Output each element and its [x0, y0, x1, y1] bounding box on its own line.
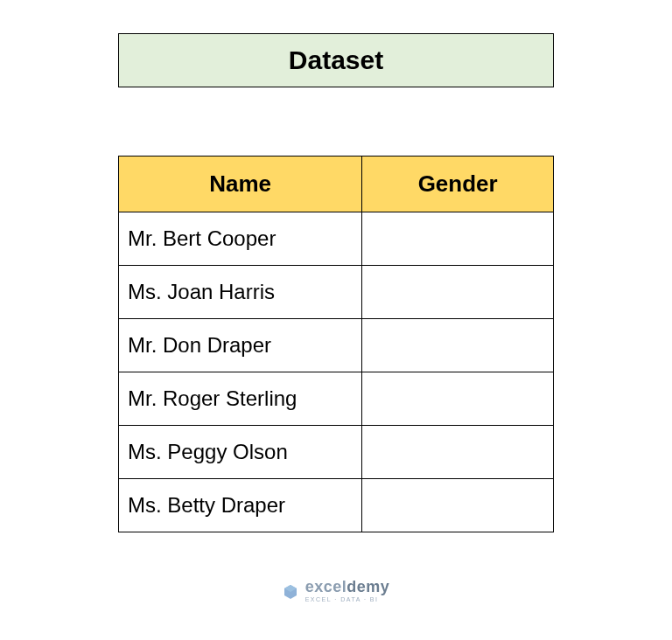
logo-text-wrap: exceldemy EXCEL · DATA · BI: [305, 579, 390, 602]
table-row: Mr. Roger Sterling: [119, 372, 554, 426]
footer-logo: exceldemy EXCEL · DATA · BI: [0, 579, 672, 602]
table-row: Mr. Don Draper: [119, 319, 554, 372]
header-name: Name: [119, 157, 362, 212]
brand-tagline: EXCEL · DATA · BI: [305, 596, 379, 602]
cell-gender: [362, 426, 554, 479]
table-row: Ms. Peggy Olson: [119, 426, 554, 479]
cell-gender: [362, 319, 554, 372]
brand-name: exceldemy: [305, 579, 390, 595]
cell-name: Ms. Betty Draper: [119, 479, 362, 532]
cell-name: Ms. Joan Harris: [119, 266, 362, 319]
cell-name: Mr. Bert Cooper: [119, 212, 362, 266]
table-header-row: Name Gender: [119, 157, 554, 212]
data-table: Name Gender Mr. Bert Cooper Ms. Joan Har…: [118, 156, 554, 532]
table-row: Ms. Joan Harris: [119, 266, 554, 319]
table-row: Mr. Bert Cooper: [119, 212, 554, 266]
header-gender: Gender: [362, 157, 554, 212]
cell-name: Ms. Peggy Olson: [119, 426, 362, 479]
exceldemy-icon: [283, 583, 298, 599]
cell-gender: [362, 266, 554, 319]
cell-gender: [362, 212, 554, 266]
data-table-container: Name Gender Mr. Bert Cooper Ms. Joan Har…: [118, 156, 554, 532]
cell-gender: [362, 479, 554, 532]
dataset-title-box: Dataset: [118, 33, 554, 87]
cell-name: Mr. Roger Sterling: [119, 372, 362, 426]
cell-name: Mr. Don Draper: [119, 319, 362, 372]
cell-gender: [362, 372, 554, 426]
dataset-title: Dataset: [289, 45, 383, 75]
table-row: Ms. Betty Draper: [119, 479, 554, 532]
